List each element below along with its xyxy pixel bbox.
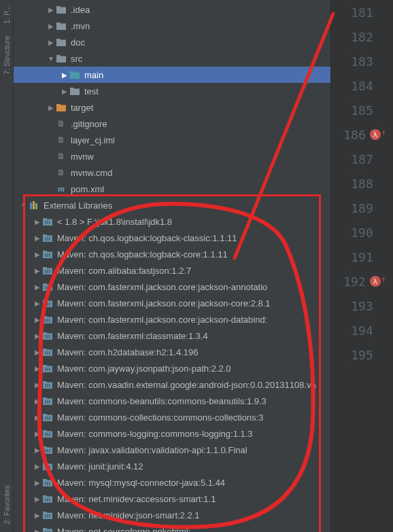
gutter-line[interactable]: 181 <box>331 0 393 24</box>
chevron-right-icon[interactable]: ▶ <box>33 414 42 421</box>
tab-favorites[interactable]: 2: Favorites <box>3 482 11 527</box>
chevron-right-icon[interactable]: ▶ <box>46 22 56 30</box>
chevron-right-icon[interactable]: ▶ <box>33 316 42 323</box>
line-number: 192 <box>343 274 366 289</box>
svg-rect-56 <box>49 498 50 501</box>
chevron-right-icon[interactable]: ▶ <box>33 267 42 274</box>
chevron-down-icon[interactable]: ▼ <box>46 55 56 63</box>
line-number: 195 <box>351 348 373 362</box>
svg-rect-25 <box>47 335 48 338</box>
chevron-right-icon[interactable]: ▶ <box>33 283 42 291</box>
chevron-right-icon[interactable]: ▶ <box>33 512 42 519</box>
svg-rect-3 <box>45 221 46 224</box>
svg-rect-58 <box>47 514 48 518</box>
folder-source-icon <box>69 69 80 80</box>
chevron-right-icon[interactable]: ▶ <box>33 463 42 470</box>
chevron-right-icon[interactable]: ▶ <box>33 349 42 356</box>
library-icon <box>42 232 53 243</box>
library-icon <box>42 510 53 520</box>
chevron-right-icon[interactable]: ▶ <box>33 300 42 307</box>
tree-item-label: Maven: commons-logging:commons-logging:1… <box>57 429 253 439</box>
chevron-right-icon[interactable]: ▶ <box>33 234 42 242</box>
svg-rect-27 <box>45 351 46 355</box>
tree-item-label: < 1.8 > F:\jdk1.8\install\jdk1.8 <box>57 217 172 227</box>
svg-rect-26 <box>49 335 50 338</box>
svg-rect-29 <box>49 351 50 355</box>
chevron-down-icon[interactable]: ▼ <box>19 202 29 209</box>
gutter-line[interactable]: 182 <box>331 24 393 49</box>
tree-item-label: target <box>71 103 93 113</box>
chevron-right-icon[interactable]: ▶ <box>60 71 69 79</box>
gutter-line[interactable]: 183 <box>331 49 393 73</box>
svg-rect-33 <box>45 384 46 387</box>
gutter-line[interactable]: 194 <box>331 318 393 342</box>
tree-item-label: Maven: com.fasterxml.jackson.core:jackso… <box>57 315 267 325</box>
svg-rect-39 <box>45 416 46 420</box>
tree-item-label: .idea <box>71 5 90 15</box>
tree-item-label: Maven: com.fasterxml.jackson.core:jackso… <box>57 282 267 292</box>
line-number: 193 <box>351 299 373 313</box>
chevron-right-icon[interactable]: ▶ <box>33 381 42 389</box>
library-icon <box>42 477 53 488</box>
chevron-right-icon[interactable]: ▶ <box>33 251 42 258</box>
chevron-right-icon[interactable]: ▶ <box>33 365 42 372</box>
tab-project[interactable]: 1: P... <box>3 3 11 26</box>
line-number: 188 <box>351 177 373 191</box>
svg-rect-8 <box>49 237 50 241</box>
folder-target-icon <box>56 102 67 113</box>
chevron-right-icon[interactable]: ▶ <box>33 446 42 454</box>
gutter-line[interactable]: 186λ↑ <box>331 122 393 147</box>
gutter-line[interactable]: 188 <box>331 171 393 196</box>
gutter-line[interactable]: 189 <box>331 196 393 220</box>
file-icon: 🗎 <box>56 167 67 178</box>
file-icon: 🗎 <box>56 135 67 145</box>
svg-rect-5 <box>49 221 50 224</box>
chevron-right-icon[interactable]: ▶ <box>33 218 42 226</box>
gutter-line[interactable]: 195 <box>331 342 393 367</box>
svg-rect-14 <box>49 270 50 273</box>
chevron-right-icon[interactable]: ▶ <box>33 479 42 486</box>
svg-rect-44 <box>49 433 50 436</box>
tree-item-label: Maven: com.vaadin.external.google:androi… <box>57 380 316 390</box>
chevron-right-icon[interactable]: ▶ <box>33 528 42 533</box>
svg-rect-17 <box>49 286 50 289</box>
folder-icon <box>69 86 80 96</box>
library-icon <box>42 281 53 292</box>
chevron-right-icon[interactable]: ▶ <box>33 332 42 340</box>
lambda-gutter-icon[interactable]: λ↑ <box>370 276 381 287</box>
tab-structure[interactable]: 7: Structure <box>3 33 11 77</box>
gutter-line[interactable]: 185 <box>331 98 393 122</box>
line-number: 194 <box>351 323 373 338</box>
chevron-right-icon[interactable]: ▶ <box>46 39 56 46</box>
svg-rect-49 <box>47 465 48 469</box>
lambda-gutter-icon[interactable]: λ↑ <box>370 129 381 140</box>
tree-item-label: mvnw.cmd <box>71 168 112 178</box>
svg-rect-31 <box>47 368 48 371</box>
tree-item-label: layer_cj.iml <box>71 135 115 145</box>
gutter-line[interactable]: 191 <box>331 245 393 269</box>
svg-rect-2 <box>35 203 37 209</box>
svg-rect-10 <box>47 253 48 257</box>
gutter-line[interactable]: 192λ↑ <box>331 269 393 294</box>
svg-rect-1 <box>33 201 35 209</box>
svg-rect-16 <box>47 286 48 289</box>
chevron-right-icon[interactable]: ▶ <box>33 495 42 503</box>
svg-rect-28 <box>47 351 48 355</box>
gutter-line[interactable]: 193 <box>331 294 393 318</box>
line-number: 191 <box>351 250 373 264</box>
tree-item-label: Maven: javax.validation:validation-api:1… <box>57 445 247 455</box>
chevron-right-icon[interactable]: ▶ <box>46 6 56 14</box>
line-number: 182 <box>351 30 373 44</box>
line-number: 183 <box>351 54 373 69</box>
library-icon <box>42 493 53 504</box>
gutter-line[interactable]: 187 <box>331 147 393 171</box>
svg-rect-36 <box>45 400 46 404</box>
gutter-line[interactable]: 184 <box>331 73 393 98</box>
chevron-right-icon[interactable]: ▶ <box>33 397 42 405</box>
svg-rect-34 <box>47 384 48 387</box>
gutter-line[interactable]: 190 <box>331 220 393 245</box>
chevron-right-icon[interactable]: ▶ <box>33 430 42 438</box>
chevron-right-icon[interactable]: ▶ <box>60 88 69 95</box>
svg-rect-6 <box>45 237 46 241</box>
chevron-right-icon[interactable]: ▶ <box>46 104 56 111</box>
